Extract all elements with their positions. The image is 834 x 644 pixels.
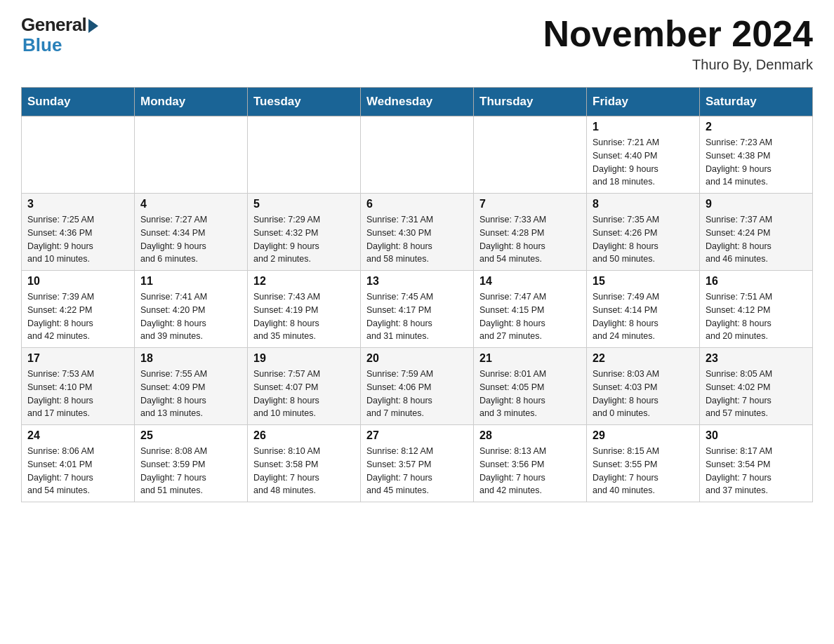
day-info: Sunrise: 7:37 AMSunset: 4:24 PMDaylight:… — [706, 213, 807, 266]
calendar-cell: 22Sunrise: 8:03 AMSunset: 4:03 PMDayligh… — [587, 348, 700, 425]
calendar-header-saturday: Saturday — [700, 88, 813, 116]
day-info: Sunrise: 7:55 AMSunset: 4:09 PMDaylight:… — [140, 368, 241, 420]
logo: General Blue — [21, 14, 98, 56]
day-info: Sunrise: 8:10 AMSunset: 3:58 PMDaylight:… — [253, 445, 355, 497]
calendar-cell: 7Sunrise: 7:33 AMSunset: 4:28 PMDaylight… — [474, 194, 587, 271]
calendar-header-friday: Friday — [587, 88, 700, 116]
calendar-cell: 28Sunrise: 8:13 AMSunset: 3:56 PMDayligh… — [474, 425, 587, 502]
calendar-cell: 20Sunrise: 7:59 AMSunset: 4:06 PMDayligh… — [361, 348, 474, 425]
day-number: 7 — [479, 198, 581, 210]
day-number: 11 — [140, 275, 241, 288]
calendar-cell: 5Sunrise: 7:29 AMSunset: 4:32 PMDaylight… — [248, 194, 361, 271]
day-info: Sunrise: 7:23 AMSunset: 4:38 PMDaylight:… — [706, 136, 807, 189]
day-info: Sunrise: 7:35 AMSunset: 4:26 PMDaylight:… — [593, 213, 694, 266]
day-info: Sunrise: 7:29 AMSunset: 4:32 PMDaylight:… — [253, 213, 355, 266]
day-number: 9 — [706, 198, 807, 210]
calendar-cell: 25Sunrise: 8:08 AMSunset: 3:59 PMDayligh… — [135, 425, 248, 502]
day-number: 21 — [479, 352, 581, 365]
day-info: Sunrise: 8:05 AMSunset: 4:02 PMDaylight:… — [706, 368, 807, 420]
day-info: Sunrise: 8:12 AMSunset: 3:57 PMDaylight:… — [366, 445, 468, 497]
day-number: 12 — [253, 275, 355, 288]
page-header: General Blue November 2024 Thuro By, Den… — [21, 14, 813, 73]
calendar-cell — [248, 116, 361, 194]
calendar-cell — [474, 116, 587, 194]
calendar-header-row: SundayMondayTuesdayWednesdayThursdayFrid… — [22, 88, 813, 116]
month-title: November 2024 — [543, 14, 813, 54]
calendar-cell: 2Sunrise: 7:23 AMSunset: 4:38 PMDaylight… — [700, 116, 813, 194]
calendar-cell: 12Sunrise: 7:43 AMSunset: 4:19 PMDayligh… — [248, 271, 361, 348]
day-info: Sunrise: 7:57 AMSunset: 4:07 PMDaylight:… — [253, 368, 355, 420]
day-number: 27 — [366, 429, 468, 442]
calendar-cell: 16Sunrise: 7:51 AMSunset: 4:12 PMDayligh… — [700, 271, 813, 348]
day-number: 5 — [253, 198, 355, 210]
logo-general-text: General — [21, 14, 86, 36]
calendar-week-row: 3Sunrise: 7:25 AMSunset: 4:36 PMDaylight… — [22, 194, 813, 271]
day-info: Sunrise: 7:43 AMSunset: 4:19 PMDaylight:… — [253, 290, 355, 343]
calendar-cell: 17Sunrise: 7:53 AMSunset: 4:10 PMDayligh… — [22, 348, 135, 425]
calendar-table: SundayMondayTuesdayWednesdayThursdayFrid… — [21, 87, 813, 502]
day-number: 19 — [253, 352, 355, 365]
day-number: 16 — [706, 275, 807, 288]
calendar-cell: 3Sunrise: 7:25 AMSunset: 4:36 PMDaylight… — [22, 194, 135, 271]
day-number: 29 — [593, 429, 694, 442]
calendar-cell: 11Sunrise: 7:41 AMSunset: 4:20 PMDayligh… — [135, 271, 248, 348]
calendar-cell — [361, 116, 474, 194]
calendar-cell — [22, 116, 135, 194]
day-number: 15 — [593, 275, 694, 288]
calendar-header-thursday: Thursday — [474, 88, 587, 116]
calendar-header-monday: Monday — [135, 88, 248, 116]
day-number: 1 — [593, 121, 694, 133]
day-number: 4 — [140, 198, 241, 210]
calendar-cell: 15Sunrise: 7:49 AMSunset: 4:14 PMDayligh… — [587, 271, 700, 348]
day-info: Sunrise: 7:51 AMSunset: 4:12 PMDaylight:… — [706, 290, 807, 343]
day-number: 23 — [706, 352, 807, 365]
calendar-cell: 21Sunrise: 8:01 AMSunset: 4:05 PMDayligh… — [474, 348, 587, 425]
day-info: Sunrise: 8:08 AMSunset: 3:59 PMDaylight:… — [140, 445, 241, 497]
calendar-cell: 9Sunrise: 7:37 AMSunset: 4:24 PMDaylight… — [700, 194, 813, 271]
day-info: Sunrise: 7:39 AMSunset: 4:22 PMDaylight:… — [27, 290, 128, 343]
calendar-header-wednesday: Wednesday — [361, 88, 474, 116]
day-info: Sunrise: 7:53 AMSunset: 4:10 PMDaylight:… — [27, 368, 128, 420]
calendar-cell: 30Sunrise: 8:17 AMSunset: 3:54 PMDayligh… — [700, 425, 813, 502]
day-number: 26 — [253, 429, 355, 442]
calendar-cell: 23Sunrise: 8:05 AMSunset: 4:02 PMDayligh… — [700, 348, 813, 425]
calendar-header-tuesday: Tuesday — [248, 88, 361, 116]
logo-arrow-icon — [88, 19, 98, 33]
calendar-week-row: 24Sunrise: 8:06 AMSunset: 4:01 PMDayligh… — [22, 425, 813, 502]
calendar-cell: 1Sunrise: 7:21 AMSunset: 4:40 PMDaylight… — [587, 116, 700, 194]
day-number: 25 — [140, 429, 241, 442]
day-info: Sunrise: 7:27 AMSunset: 4:34 PMDaylight:… — [140, 213, 241, 266]
day-number: 14 — [479, 275, 581, 288]
day-info: Sunrise: 7:21 AMSunset: 4:40 PMDaylight:… — [593, 136, 694, 189]
day-info: Sunrise: 8:06 AMSunset: 4:01 PMDaylight:… — [27, 445, 128, 497]
day-info: Sunrise: 7:41 AMSunset: 4:20 PMDaylight:… — [140, 290, 241, 343]
calendar-cell: 8Sunrise: 7:35 AMSunset: 4:26 PMDaylight… — [587, 194, 700, 271]
day-info: Sunrise: 8:03 AMSunset: 4:03 PMDaylight:… — [593, 368, 694, 420]
calendar-cell: 13Sunrise: 7:45 AMSunset: 4:17 PMDayligh… — [361, 271, 474, 348]
calendar-cell: 4Sunrise: 7:27 AMSunset: 4:34 PMDaylight… — [135, 194, 248, 271]
day-number: 13 — [366, 275, 468, 288]
calendar-week-row: 17Sunrise: 7:53 AMSunset: 4:10 PMDayligh… — [22, 348, 813, 425]
day-info: Sunrise: 8:17 AMSunset: 3:54 PMDaylight:… — [706, 445, 807, 497]
day-number: 6 — [366, 198, 468, 210]
title-block: November 2024 Thuro By, Denmark — [543, 14, 813, 73]
calendar-cell: 18Sunrise: 7:55 AMSunset: 4:09 PMDayligh… — [135, 348, 248, 425]
day-number: 10 — [27, 275, 128, 288]
calendar-cell: 19Sunrise: 7:57 AMSunset: 4:07 PMDayligh… — [248, 348, 361, 425]
day-number: 2 — [706, 121, 807, 133]
logo-blue-text: Blue — [22, 34, 62, 56]
day-info: Sunrise: 7:25 AMSunset: 4:36 PMDaylight:… — [27, 213, 128, 266]
day-info: Sunrise: 7:45 AMSunset: 4:17 PMDaylight:… — [366, 290, 468, 343]
calendar-week-row: 10Sunrise: 7:39 AMSunset: 4:22 PMDayligh… — [22, 271, 813, 348]
day-number: 30 — [706, 429, 807, 442]
day-number: 28 — [479, 429, 581, 442]
day-number: 22 — [593, 352, 694, 365]
day-info: Sunrise: 8:13 AMSunset: 3:56 PMDaylight:… — [479, 445, 581, 497]
day-info: Sunrise: 7:33 AMSunset: 4:28 PMDaylight:… — [479, 213, 581, 266]
calendar-cell: 6Sunrise: 7:31 AMSunset: 4:30 PMDaylight… — [361, 194, 474, 271]
day-info: Sunrise: 8:15 AMSunset: 3:55 PMDaylight:… — [593, 445, 694, 497]
calendar-week-row: 1Sunrise: 7:21 AMSunset: 4:40 PMDaylight… — [22, 116, 813, 194]
calendar-cell: 10Sunrise: 7:39 AMSunset: 4:22 PMDayligh… — [22, 271, 135, 348]
day-number: 20 — [366, 352, 468, 365]
location-text: Thuro By, Denmark — [543, 57, 813, 73]
